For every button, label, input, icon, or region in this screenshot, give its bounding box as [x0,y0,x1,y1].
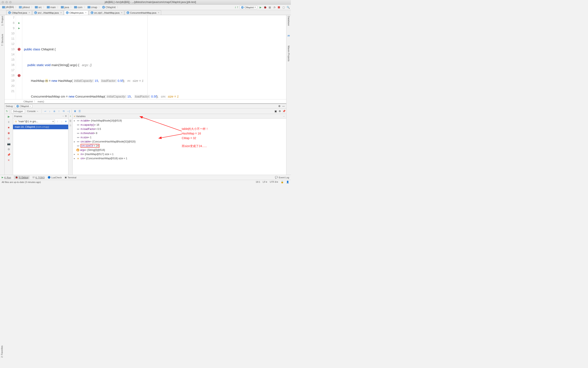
stop-icon[interactable] [277,6,280,9]
copy-icon[interactable]: ⎘ [70,124,71,127]
close-icon[interactable]: × [60,11,62,14]
search-icon[interactable]: 🔍 [287,6,290,9]
debug-icon[interactable]: 🐞 [264,6,266,9]
toolwindow-maven[interactable]: Maven Projects [287,46,290,62]
tab-concurrenthashmap[interactable]: CConcurrentHashMap.java× [125,10,161,15]
gutter-markers[interactable]: ▶ ▶ ✓ ✓ [16,15,22,99]
mute-breakpoints-icon[interactable]: ⊘ [7,137,10,140]
variable-row[interactable]: 👓m.threshold = 8 [73,131,286,135]
main-area: 1: Project 7: Structure 7891011121314151… [0,15,291,175]
get-thread-dump-icon[interactable]: 📷 [7,142,10,145]
step-over-icon[interactable]: ⤻ [43,109,47,113]
checkout-icon[interactable]: ⇃↾ [235,6,238,9]
view-breakpoints-icon[interactable]: ◉ [7,131,10,135]
tab-srczip-hashmap[interactable]: Csrc.zip!/.../HashMap.java× [89,10,124,15]
settings-icon[interactable]: ⚙ [278,110,281,113]
pin-icon[interactable]: 📌 [283,110,285,113]
class-icon: C [102,6,105,9]
minimize-icon[interactable]: — [282,105,285,108]
debug-session-tab[interactable]: CCMapInit × [15,104,32,108]
remove-watch-icon[interactable]: 🗑 [69,119,72,122]
inspection-icon[interactable]: 👤 [286,181,289,183]
variable-row[interactable]: 👓m.loadFactor = 0.5 [73,127,286,131]
run-gutter-icon[interactable]: ▶ [18,27,20,30]
new-watch-icon[interactable]: + [70,115,71,118]
tool-debug[interactable]: 🐞5: Debug [14,176,30,179]
close-icon[interactable]: × [28,11,30,14]
status-message: All files are up-to-date (3 minutes ago) [2,181,41,183]
restore-layout-icon[interactable]: ▣ [274,110,277,113]
variable-row[interactable]: 👓m.capacity() = 16 [73,123,286,127]
evaluate-icon[interactable]: 🖩 [73,109,77,113]
step-into-icon[interactable]: ↓ [48,109,52,113]
editor-breadcrumb[interactable]: CMapInit〉main() [5,99,286,103]
breakpoint-icon[interactable]: ✓ [18,74,20,77]
tool-run[interactable]: ▶4: Run [2,176,11,179]
next-frame-icon[interactable]: ↓ [60,120,63,123]
tab-console[interactable]: Console → [25,110,40,113]
close-dot[interactable] [2,1,4,3]
profile-icon[interactable]: ◔ [273,6,276,9]
variable-row[interactable]: ▸👓m.table = {HashMap$Node[16]@519} [73,119,286,123]
tool-todo[interactable]: ☑6: TODO [33,176,45,179]
toolbar-actions: ⇃↾ C CMapInit ▾ ▶ 🐞 ▦ ◔ ▢ 🔍 [235,5,290,9]
filter-icon[interactable]: ▼ [64,120,67,123]
variable-row[interactable]: pargs = {String[0]@516} [73,148,286,152]
breakpoint-icon[interactable]: ✓ [18,48,20,51]
window-titlebar: jdk源码 [~/src/jdk源码] - .../jdktest/src/ma… [0,0,291,5]
debug-side-toolbar: ▶ ⏸ ■ ◉ ⊘ 📷 ⚙ 📌 ✕ [5,114,13,175]
resume-icon[interactable]: ▶ [7,115,10,118]
tool-eventlog[interactable]: 💬Event Log [275,176,289,179]
left-toolwindow-bar[interactable]: 1: Project 7: Structure [0,15,5,175]
rerun-icon[interactable]: ↻ [5,110,8,113]
tool-terminal[interactable]: ▣Terminal [65,176,76,179]
layout-icon[interactable]: ▢ [282,6,285,9]
tab-cmapinit[interactable]: CCMapInit.java× [64,10,88,15]
toolwindow-structure[interactable]: 7: Structure [1,34,4,46]
close2-icon[interactable]: ✕ [7,158,10,162]
code-area[interactable]: public class CMapInit { public static vo… [22,15,286,99]
thread-selector[interactable]: ⊙"main"@1 in gro...▾ [14,119,55,124]
variable-row[interactable]: ▸👓cm.table = {ConcurrentHashMap$Node[32]… [73,139,286,144]
close-icon[interactable]: × [120,11,122,14]
pin2-icon[interactable]: 📌 [7,153,10,156]
caret-position[interactable]: 18:1 [256,181,260,183]
stack-frame-row[interactable]: main:18, CMapInit (com.cmap) [13,125,68,129]
trace-icon[interactable]: ☰ [78,109,82,113]
gear-icon[interactable]: ⚙ [278,105,281,108]
max-dot[interactable] [9,1,11,3]
close-icon[interactable]: × [84,11,86,14]
force-step-into-icon[interactable]: ⇊ [52,109,56,113]
tab-debugger[interactable]: Debugger [11,109,25,113]
prev-frame-icon[interactable]: ↑ [56,120,59,123]
variable-row[interactable]: ▸≡cm = {ConcurrentHashMap@518} size = 1 [73,156,286,160]
close-icon[interactable]: × [157,11,159,14]
variables-title: Variables [76,115,85,118]
min-dot[interactable] [5,1,8,3]
tool-luacheck[interactable]: 🔵LuaCheck [48,176,62,179]
variable-row[interactable]: ▸≡m = {HashMap@517} size = 1 [73,152,286,156]
toolwindow-database[interactable]: Database [287,16,290,26]
coverage-icon[interactable]: ▦ [268,6,271,9]
inspect-icon[interactable]: 🔒 [281,181,284,183]
stop-icon[interactable]: ■ [7,126,10,129]
encoding[interactable]: UTF-8≑ [270,181,278,183]
settings2-icon[interactable]: ⚙ [7,147,10,151]
tab-hashmap[interactable]: Csrc/.../HashMap.java× [32,10,64,15]
line-ending[interactable]: LF≑ [263,181,267,183]
run-gutter-icon[interactable]: ▶ [18,22,20,24]
run-to-cursor-icon[interactable]: →| [66,109,70,113]
run-config-selector[interactable]: C CMapInit ▾ [240,5,257,9]
step-out-icon[interactable]: ↑ [57,109,61,113]
line-gutter[interactable]: 789101112131415161718192021 [5,15,16,99]
tab-cmaptest[interactable]: CCMapTest.java× [6,10,32,15]
run-icon[interactable]: ▶ [259,6,262,9]
right-toolwindow-bar[interactable]: Database m Maven Projects [286,15,291,175]
frames-panel: Frames→ ⚙ ⊙"main"@1 in gro...▾ ↑ ↓ ▼ mai… [13,114,68,175]
variable-row[interactable]: 👓m.size = 1 [73,135,286,139]
pause-icon[interactable]: ⏸ [7,120,10,124]
drop-frame-icon[interactable]: ⟲ [62,109,66,113]
breadcrumb[interactable]: jdk源码〉 jdktest〉 src〉 main〉 java〉 com〉 cm… [1,5,119,9]
toolwindow-project[interactable]: 1: Project [1,16,4,26]
variable-row[interactable]: 👓cm.sizeCtl = 24 [73,144,286,148]
